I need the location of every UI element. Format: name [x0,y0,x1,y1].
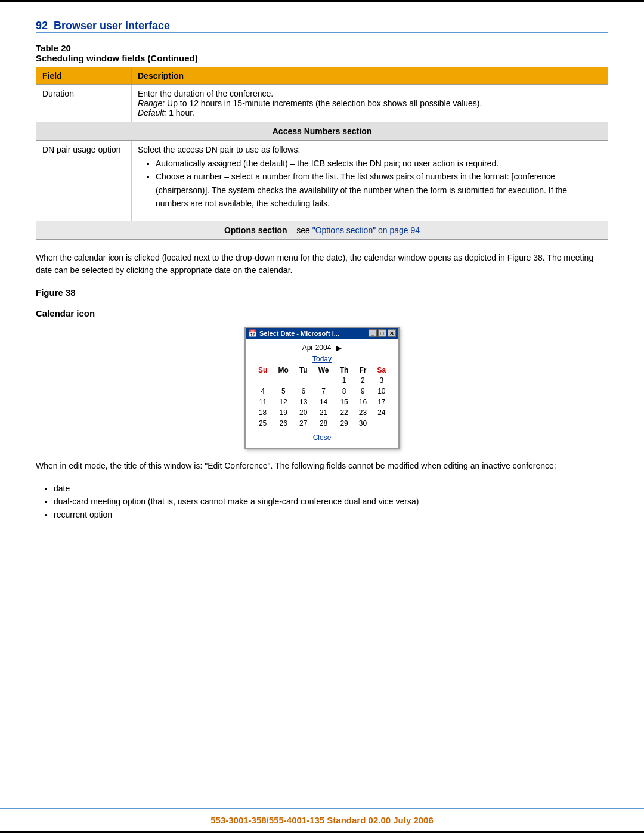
options-bold: Options section [224,225,287,235]
desc-duration: Enter the duration of the conference. Ra… [132,85,608,122]
cal-day[interactable]: 9 [354,386,371,397]
desc-dn: Select the access DN pair to use as foll… [132,141,608,221]
cal-day[interactable]: 28 [312,418,335,429]
cal-day[interactable]: 26 [273,418,294,429]
dn-bullets: Automatically assigned (the default) – t… [156,157,602,210]
cal-day[interactable]: 18 [253,407,273,418]
cal-day[interactable]: 12 [273,397,294,407]
cal-today: Today [253,355,391,363]
col-field: Field [36,67,132,85]
dn-bullet-1: Automatically assigned (the default) – t… [156,157,602,170]
window-title: Select Date - Microsoft I... [259,330,339,337]
table-caption: Table 20 Scheduling window fields (Conti… [36,43,608,63]
page: 92 Browser user interface Table 20 Sched… [0,0,644,833]
cal-day-su: Su [253,366,273,375]
options-cell: Options section – see "Options section" … [36,221,608,239]
calendar-window: 📅 Select Date - Microsoft I... _ □ ✕ Apr… [244,327,400,449]
cal-day-tu: Tu [294,366,312,375]
minimize-button[interactable]: _ [369,329,377,337]
cal-day-sa: Sa [372,366,391,375]
cal-day[interactable]: 20 [294,407,312,418]
options-link[interactable]: "Options section" on page 94 [312,225,420,235]
options-row: Options section – see "Options section" … [36,221,608,239]
section-header: 92 Browser user interface [36,20,608,33]
cal-day[interactable]: 11 [253,397,273,407]
access-section-label: Access Numbers section [36,122,608,141]
cal-day[interactable]: 21 [312,407,335,418]
cal-day[interactable]: 3 [372,375,391,386]
cal-day[interactable]: 2 [354,375,371,386]
cal-day [273,375,294,386]
desc-main: Enter the duration of the conference. [138,89,273,98]
cal-day [253,375,273,386]
figure-name: Calendar icon [36,308,608,318]
field-dn: DN pair usage option [36,141,132,221]
cal-day[interactable]: 4 [253,386,273,397]
footer-text: 553-3001-358/555-4001-135 Standard 02.00… [210,815,434,825]
footer-area: 553-3001-358/555-4001-135 Standard 02.00… [0,808,644,831]
body-text-1: When the calendar icon is clicked (locat… [36,252,608,277]
cal-day[interactable]: 5 [273,386,294,397]
options-text: – see [287,225,312,235]
default-value: 1 hour. [166,108,194,117]
cal-day[interactable]: 22 [335,407,354,418]
cal-day-mo: Mo [273,366,294,375]
body-text-2: When in edit mode, the title of this win… [36,460,608,472]
maximize-button[interactable]: □ [378,329,386,337]
cal-day-fr: Fr [354,366,371,375]
dn-bullet-2: Choose a number – select a number from t… [156,170,602,210]
section-title: Browser user interface [54,20,170,32]
cal-month-year: Apr 2004 [302,343,332,352]
dn-intro: Select the access DN pair to use as foll… [138,145,300,154]
table-row: Duration Enter the duration of the confe… [36,85,608,122]
cal-day[interactable]: 19 [273,407,294,418]
cal-day[interactable]: 27 [294,418,312,429]
calendar-body: Apr 2004 ▶ Today Su Mo Tu We [246,339,398,448]
cal-day[interactable]: 23 [354,407,371,418]
cal-day[interactable]: 10 [372,386,391,397]
cal-day [294,375,312,386]
figure-container: 📅 Select Date - Microsoft I... _ □ ✕ Apr… [36,327,608,449]
bullet-dual-card: dual-card meeting option (that is, users… [54,495,608,508]
cal-day[interactable]: 1 [335,375,354,386]
cal-day-we: We [312,366,335,375]
range-label: Range: [138,98,165,108]
main-table: Field Description Duration Enter the dur… [36,67,608,240]
cal-next-arrow[interactable]: ▶ [336,343,342,352]
field-duration: Duration [36,85,132,122]
cal-close-link[interactable]: Close [313,433,332,442]
content-area: 92 Browser user interface Table 20 Sched… [0,2,644,808]
cal-day[interactable]: 8 [335,386,354,397]
cal-day[interactable]: 25 [253,418,273,429]
cal-day[interactable]: 13 [294,397,312,407]
cal-day[interactable]: 30 [354,418,371,429]
figure-number: Figure 38 [36,287,608,298]
cal-grid: Su Mo Tu We Th Fr Sa 1234567891011121314… [253,366,391,429]
table-label: Table 20 [36,43,608,53]
win-controls: _ □ ✕ [369,329,396,337]
cal-day [372,418,391,429]
section-number: 92 [36,20,48,32]
close-button[interactable]: ✕ [388,329,396,337]
calendar-titlebar: 📅 Select Date - Microsoft I... _ □ ✕ [246,328,398,339]
cal-day[interactable]: 29 [335,418,354,429]
bullet-date: date [54,482,608,495]
today-link[interactable]: Today [312,355,332,363]
calendar-icon: 📅 [248,329,257,337]
cal-close: Close [253,433,391,442]
figure-label-block: Figure 38 Calendar icon [36,287,608,318]
cal-day[interactable]: 14 [312,397,335,407]
cal-nav: Apr 2004 ▶ [253,343,391,352]
range-value: Up to 12 hours in 15-minute increments (… [165,98,482,108]
col-description: Description [132,67,608,85]
table-name: Scheduling window fields (Continued) [36,53,608,63]
cal-day[interactable]: 17 [372,397,391,407]
section-row-access: Access Numbers section [36,122,608,141]
cal-day[interactable]: 7 [312,386,335,397]
cal-day[interactable]: 15 [335,397,354,407]
cal-day[interactable]: 16 [354,397,371,407]
cal-day[interactable]: 24 [372,407,391,418]
bullet-recurrent: recurrent option [54,508,608,521]
cal-day [312,375,335,386]
cal-day[interactable]: 6 [294,386,312,397]
